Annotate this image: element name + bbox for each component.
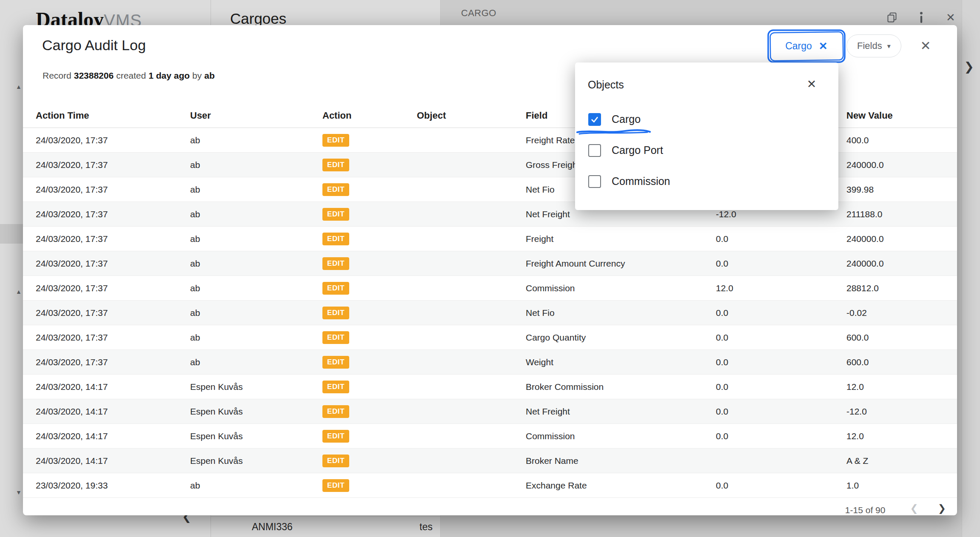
annotation-underline <box>576 128 652 135</box>
cell-old-value: 12.0 <box>716 283 846 293</box>
cell-action-time: 24/03/2020, 17:37 <box>36 185 190 195</box>
cell-old-value: -12.0 <box>716 209 846 219</box>
cell-user: ab <box>190 160 322 170</box>
cell-new-value: 400.0 <box>846 135 944 145</box>
edit-action-badge: EDIT <box>322 479 349 492</box>
cell-action-time: 24/03/2020, 14:17 <box>36 431 190 441</box>
cell-field: Exchange Rate <box>526 480 716 491</box>
cell-user: ab <box>190 259 322 269</box>
table-row: 24/03/2020, 17:37 ab EDIT Net Fio 0.0 -0… <box>23 301 957 325</box>
edit-action-badge: EDIT <box>322 257 349 270</box>
edit-action-badge: EDIT <box>322 356 349 369</box>
cell-new-value: 1.0 <box>846 480 944 491</box>
cell-old-value: 0.0 <box>716 431 846 441</box>
table-row: 24/03/2020, 17:37 ab EDIT Cargo Quantity… <box>23 325 957 350</box>
checkbox[interactable] <box>588 144 601 157</box>
cell-action-time: 24/03/2020, 17:37 <box>36 135 190 145</box>
edit-action-badge: EDIT <box>322 159 349 171</box>
cell-old-value: 0.0 <box>716 234 846 244</box>
cell-field: Cargo Quantity <box>526 332 716 343</box>
edit-action-badge: EDIT <box>322 282 349 295</box>
cell-old-value: 0.0 <box>716 406 846 417</box>
cell-field: Weight <box>526 357 716 367</box>
cell-field: Broker Name <box>526 456 716 466</box>
record-label: Record <box>43 71 71 80</box>
cell-action-time: 24/03/2020, 14:17 <box>36 382 190 392</box>
table-row: 24/03/2020, 14:17 Espen Kuvås EDIT Broke… <box>23 375 957 399</box>
cell-field: Commission <box>526 283 716 293</box>
record-summary: Record32388206created1 day agobyab <box>43 71 217 81</box>
cell-action-time: 24/03/2020, 17:37 <box>36 234 190 244</box>
record-author: ab <box>204 71 215 80</box>
cell-action-time: 24/03/2020, 17:37 <box>36 308 190 318</box>
cargo-filter-chip[interactable]: Cargo ✕ <box>766 28 846 64</box>
cell-field: Commission <box>526 431 716 441</box>
cell-action-time: 24/03/2020, 17:37 <box>36 209 190 219</box>
table-row: 24/03/2020, 14:17 Espen Kuvås EDIT Net F… <box>23 399 957 424</box>
cell-old-value: 0.0 <box>716 480 846 491</box>
col-action: Action <box>322 110 417 121</box>
edit-action-badge: EDIT <box>322 208 349 221</box>
cell-action-time: 24/03/2020, 14:17 <box>36 456 190 466</box>
edit-action-badge: EDIT <box>322 233 349 245</box>
cell-action-time: 23/03/2020, 19:33 <box>36 480 190 491</box>
screen: DataloyVMS ▲ ▲ ▼ ❮ Cargoes ANMI336 tes C… <box>0 0 980 537</box>
object-checkbox-item[interactable]: Cargo <box>575 104 838 135</box>
cell-field: Net Freight <box>526 406 716 417</box>
check-icon <box>590 115 599 124</box>
cell-new-value: 240000.0 <box>846 259 944 269</box>
fields-dropdown-button[interactable]: Fields ▾ <box>846 34 901 57</box>
popup-close-icon[interactable]: ✕ <box>803 75 820 93</box>
cell-user: ab <box>190 283 322 293</box>
cell-field: Freight Amount Currency <box>526 259 716 269</box>
cell-action-time: 24/03/2020, 14:17 <box>36 406 190 417</box>
pagination-range: 1-15 of 90 <box>845 505 886 515</box>
created-word: created <box>116 71 146 80</box>
cell-field: Broker Commission <box>526 382 716 392</box>
cell-new-value: 240000.0 <box>846 234 944 244</box>
chip-remove-icon[interactable]: ✕ <box>819 40 828 52</box>
cell-user: ab <box>190 209 322 219</box>
dialog-title: Cargo Audit Log <box>42 37 146 54</box>
cell-field: Net Freight <box>526 209 716 219</box>
checkbox[interactable] <box>588 113 601 126</box>
object-checkbox-item[interactable]: Commission <box>575 166 838 197</box>
checkbox[interactable] <box>588 175 601 188</box>
edit-action-badge: EDIT <box>322 331 349 344</box>
cell-old-value: 0.0 <box>716 382 846 392</box>
cell-new-value: 399.98 <box>846 185 944 195</box>
cell-new-value: 600.0 <box>846 332 944 343</box>
cell-field: Freight <box>526 234 716 244</box>
table-row: 24/03/2020, 17:37 ab EDIT Freight Amount… <box>23 251 957 276</box>
cell-new-value: 240000.0 <box>846 160 944 170</box>
cell-user: ab <box>190 332 322 343</box>
cell-old-value: 0.0 <box>716 308 846 318</box>
cell-user: ab <box>190 135 322 145</box>
pagination-bar: 1-15 of 90 ❮ ❯ <box>23 498 957 515</box>
cell-user: Espen Kuvås <box>190 431 322 441</box>
cell-user: ab <box>190 308 322 318</box>
edit-action-badge: EDIT <box>322 134 349 147</box>
cell-user: ab <box>190 185 322 195</box>
cell-new-value: 12.0 <box>846 431 944 441</box>
cell-old-value: 0.0 <box>716 259 846 269</box>
cell-user: Espen Kuvås <box>190 382 322 392</box>
dialog-close-icon[interactable]: ✕ <box>915 35 936 56</box>
col-object: Object <box>417 110 526 121</box>
object-checkbox-item[interactable]: Cargo Port <box>575 135 838 166</box>
popup-title: Objects <box>588 79 624 91</box>
cell-field: Net Fio <box>526 308 716 318</box>
chevron-down-icon: ▾ <box>887 42 891 50</box>
edit-action-badge: EDIT <box>322 307 349 319</box>
cell-new-value: A & Z <box>846 456 944 466</box>
cell-new-value: 12.0 <box>846 382 944 392</box>
cell-action-time: 24/03/2020, 17:37 <box>36 160 190 170</box>
page-previous-icon[interactable]: ❮ <box>910 503 918 514</box>
page-next-icon[interactable]: ❯ <box>938 503 946 514</box>
chip-label[interactable]: Cargo <box>785 40 812 52</box>
object-label: Commission <box>612 175 670 188</box>
cell-user: ab <box>190 480 322 491</box>
table-row: 24/03/2020, 14:17 Espen Kuvås EDIT Commi… <box>23 424 957 449</box>
cell-action-time: 24/03/2020, 17:37 <box>36 283 190 293</box>
edit-action-badge: EDIT <box>322 183 349 196</box>
